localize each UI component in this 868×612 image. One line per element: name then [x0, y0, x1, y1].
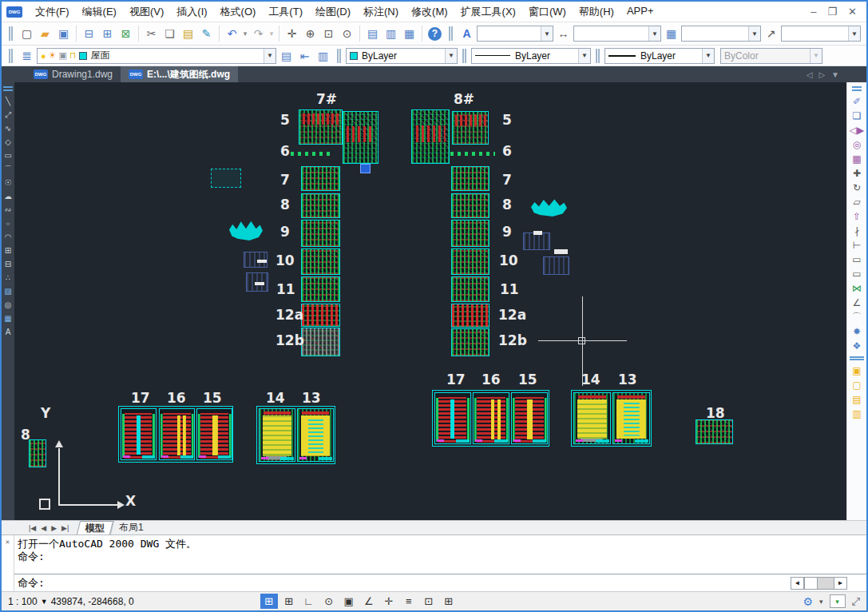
bring-above-objects-icon[interactable]: ▤ [849, 392, 866, 407]
drawing-canvas[interactable]: 7#8#56789101112a12b56789101112a12b171615… [14, 82, 846, 520]
text-style-icon[interactable]: A [458, 25, 476, 42]
ellipse-icon[interactable]: ○ [2, 219, 14, 228]
rectangle-icon[interactable]: ▭ [2, 149, 14, 162]
join-icon[interactable]: ⋈ [849, 281, 866, 296]
layout-nav-icon[interactable]: ◀ [41, 524, 46, 532]
file-tab[interactable]: DWGE:\...\建筑图纸.dwg [121, 66, 238, 82]
toolbar-grip[interactable] [3, 86, 13, 91]
table-icon[interactable]: ▦ [2, 312, 14, 325]
menu-item[interactable]: 编辑(E) [76, 3, 123, 21]
multileader-style-combo[interactable]: ▼ [781, 26, 861, 42]
undo-dropdown-icon[interactable]: ▾ [241, 25, 249, 42]
toolbar-grip[interactable] [337, 49, 341, 63]
object-color-combo[interactable]: ByLayer ▼ [346, 48, 458, 64]
scroll-left-icon[interactable]: ◀ [791, 577, 804, 590]
menu-item[interactable]: APP+ [620, 3, 660, 21]
design-center-icon[interactable]: ▥ [382, 25, 400, 42]
lineweight-combo[interactable]: ByLayer ▼ [604, 48, 715, 64]
make-block-icon[interactable]: ⊟ [2, 257, 14, 271]
explode-icon[interactable]: ✸ [849, 324, 866, 339]
menu-item[interactable]: 标注(N) [357, 3, 405, 21]
print-preview-icon[interactable]: ⊞ [98, 25, 117, 42]
open-icon[interactable]: ▰ [36, 25, 54, 42]
layer-properties-manager-icon[interactable]: ≣ [18, 47, 36, 65]
layout-tab[interactable]: 布局1 [110, 521, 152, 535]
fullscreen-icon[interactable]: ⤢ [852, 595, 860, 608]
workspace-switch-icon[interactable]: ▾ [830, 594, 846, 608]
table-style-icon[interactable]: ▦ [662, 25, 680, 42]
match-properties-icon[interactable]: ✎ [197, 25, 216, 42]
layer-unlock-icon[interactable]: ⊓ [69, 50, 77, 61]
revision-cloud-icon[interactable]: ☁ [2, 189, 14, 203]
cut-icon[interactable]: ✂ [142, 25, 161, 42]
layer-on-bulb-icon[interactable]: ● [41, 51, 46, 61]
extend-icon[interactable]: ⊢ [849, 238, 866, 252]
close-button[interactable]: ✕ [848, 6, 857, 18]
tool-palettes-icon[interactable]: ▦ [400, 25, 418, 42]
layout-nav-icon[interactable]: |◀ [29, 524, 36, 532]
toolbar-grip[interactable] [852, 86, 862, 91]
layout-nav-icon[interactable]: ▶| [61, 524, 69, 532]
layer-combo[interactable]: ● ☀ ▣ ⊓ 屋面 ▼ [37, 48, 276, 64]
ellipse-arc-icon[interactable]: ◠ [2, 230, 14, 244]
chevron-down-icon[interactable]: ▼ [648, 26, 660, 41]
copy-icon[interactable]: ❏ [849, 109, 866, 123]
chevron-down-icon[interactable]: ▼ [702, 49, 714, 63]
copy-clip-icon[interactable]: ❏ [161, 25, 179, 42]
menu-item[interactable]: 文件(F) [29, 3, 76, 21]
file-tab[interactable]: DWGDrawing1.dwg [26, 66, 121, 82]
pan-icon[interactable]: ✛ [283, 25, 301, 42]
minimize-button[interactable]: – [811, 6, 816, 18]
object-snap-tracking-icon[interactable]: ∠ [360, 594, 378, 609]
menu-item[interactable]: 视图(V) [123, 3, 170, 21]
close-command-icon[interactable]: ✕ [6, 538, 10, 546]
stretch-icon[interactable]: ⇧ [849, 209, 866, 224]
region-icon[interactable]: ◎ [2, 298, 14, 312]
properties-palette-icon[interactable]: ▤ [363, 25, 382, 42]
arc-icon[interactable]: ⌒ [2, 162, 14, 176]
polyline-icon[interactable]: ∿ [2, 121, 14, 135]
line-icon[interactable]: ╲ [2, 94, 14, 108]
command-input-row[interactable]: 命令: ◀ ▶ [14, 574, 866, 591]
chevron-down-icon[interactable]: ▼ [445, 49, 457, 63]
selection-cycling-icon[interactable]: ⊞ [440, 594, 458, 609]
point-icon[interactable]: ∴ [2, 271, 14, 284]
spline-icon[interactable]: ∾ [2, 203, 14, 217]
layer-thaw-sun-icon[interactable]: ☀ [49, 50, 57, 61]
layer-states-icon[interactable]: ▥ [314, 47, 332, 65]
scale-dropdown-icon[interactable]: ▼ [41, 598, 48, 606]
object-snap-icon[interactable]: ▣ [340, 594, 358, 609]
break-icon[interactable]: ▭ [849, 267, 866, 281]
toolbar-grip[interactable] [9, 49, 13, 63]
quick-properties-icon[interactable]: ⊡ [420, 594, 438, 609]
redo-dropdown-icon[interactable]: ▾ [268, 25, 275, 42]
ortho-icon[interactable]: ∟ [300, 594, 318, 609]
chevron-down-icon[interactable]: ▼ [848, 26, 860, 41]
layout-nav-icon[interactable]: ▶ [51, 524, 57, 532]
menu-item[interactable]: 插入(I) [170, 3, 213, 21]
dimension-style-combo[interactable]: ▼ [573, 26, 661, 42]
multiline-text-icon[interactable]: A [2, 325, 14, 339]
rotate-icon[interactable]: ↻ [849, 181, 866, 195]
circle-icon[interactable]: ☉ [2, 176, 14, 189]
text-style-combo[interactable]: ▼ [477, 26, 553, 42]
toolbar-grip[interactable] [449, 26, 453, 41]
menu-item[interactable]: 格式(O) [214, 3, 263, 21]
trim-icon[interactable]: ∤ [849, 224, 866, 238]
grid-icon[interactable]: ⊞ [280, 594, 298, 609]
erase-icon[interactable]: ✐ [849, 94, 866, 109]
make-current-layer-icon[interactable]: ▤ [277, 47, 295, 65]
hatch-icon[interactable]: ▨ [2, 284, 14, 298]
mirror-icon[interactable]: ◁▶ [849, 123, 866, 137]
chamfer-icon[interactable]: ∠ [849, 296, 866, 310]
undo-icon[interactable]: ↶ [223, 25, 241, 42]
restore-button[interactable]: ❐ [827, 6, 837, 18]
send-to-back-icon[interactable]: ▢ [849, 378, 866, 392]
snap-icon[interactable]: ⊞ [260, 594, 278, 609]
dimension-style-icon[interactable]: ↔ [554, 25, 573, 42]
toolbar-grip[interactable] [596, 49, 600, 63]
lineweight-display-icon[interactable]: ≡ [400, 594, 418, 609]
paste-icon[interactable]: ▤ [179, 25, 197, 42]
menu-item[interactable]: 窗口(W) [522, 3, 573, 21]
menu-item[interactable]: 工具(T) [262, 3, 309, 21]
